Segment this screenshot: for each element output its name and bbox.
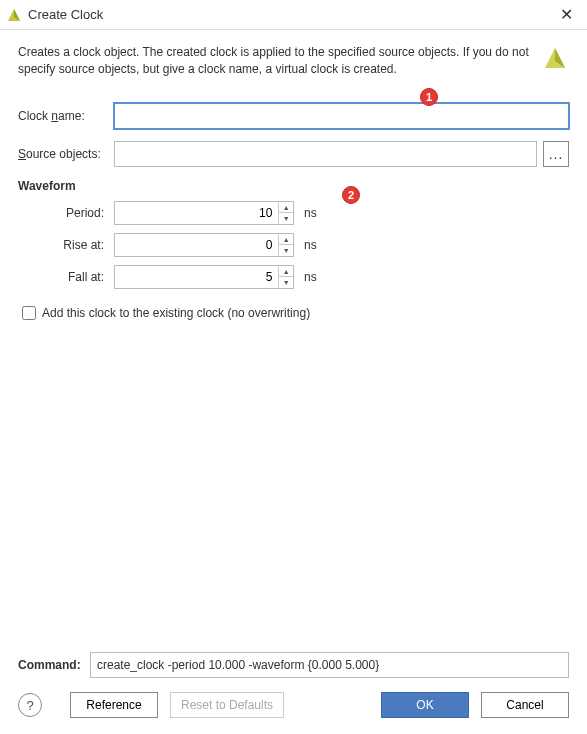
command-label: Command: bbox=[18, 658, 90, 672]
ok-button[interactable]: OK bbox=[381, 692, 469, 718]
fall-input[interactable] bbox=[115, 266, 278, 288]
help-button[interactable]: ? bbox=[18, 693, 42, 717]
rise-spinner[interactable]: ▲▼ bbox=[114, 233, 294, 257]
rise-down-icon[interactable]: ▼ bbox=[279, 245, 293, 256]
rise-label: Rise at: bbox=[18, 238, 114, 252]
period-input[interactable] bbox=[115, 202, 278, 224]
window-title: Create Clock bbox=[28, 7, 554, 22]
app-icon bbox=[6, 7, 22, 23]
source-objects-label: Source objects: bbox=[18, 147, 114, 161]
description-text: Creates a clock object. The created cloc… bbox=[18, 44, 535, 79]
reference-button[interactable]: Reference bbox=[70, 692, 158, 718]
rise-unit: ns bbox=[304, 238, 317, 252]
period-down-icon[interactable]: ▼ bbox=[279, 213, 293, 224]
callout-1: 1 bbox=[420, 88, 438, 106]
fall-up-icon[interactable]: ▲ bbox=[279, 266, 293, 278]
fall-spinner[interactable]: ▲▼ bbox=[114, 265, 294, 289]
browse-source-button[interactable]: ... bbox=[543, 141, 569, 167]
fall-label: Fall at: bbox=[18, 270, 114, 284]
period-up-icon[interactable]: ▲ bbox=[279, 202, 293, 214]
rise-up-icon[interactable]: ▲ bbox=[279, 234, 293, 246]
close-icon[interactable]: ✕ bbox=[554, 5, 579, 24]
rise-input[interactable] bbox=[115, 234, 278, 256]
source-objects-input[interactable] bbox=[114, 141, 537, 167]
period-spinner[interactable]: ▲▼ bbox=[114, 201, 294, 225]
add-to-existing-checkbox[interactable] bbox=[22, 306, 36, 320]
callout-2: 2 bbox=[342, 186, 360, 204]
fall-unit: ns bbox=[304, 270, 317, 284]
cancel-button[interactable]: Cancel bbox=[481, 692, 569, 718]
titlebar: Create Clock ✕ bbox=[0, 0, 587, 30]
period-unit: ns bbox=[304, 206, 317, 220]
fall-down-icon[interactable]: ▼ bbox=[279, 277, 293, 288]
command-input[interactable] bbox=[90, 652, 569, 678]
clock-name-label: Clock name: bbox=[18, 109, 114, 123]
reset-defaults-button[interactable]: Reset to Defaults bbox=[170, 692, 284, 718]
vendor-logo-icon bbox=[541, 44, 569, 72]
add-to-existing-label: Add this clock to the existing clock (no… bbox=[42, 306, 310, 320]
waveform-title: Waveform bbox=[18, 179, 569, 193]
clock-name-input[interactable] bbox=[114, 103, 569, 129]
period-label: Period: bbox=[18, 206, 114, 220]
